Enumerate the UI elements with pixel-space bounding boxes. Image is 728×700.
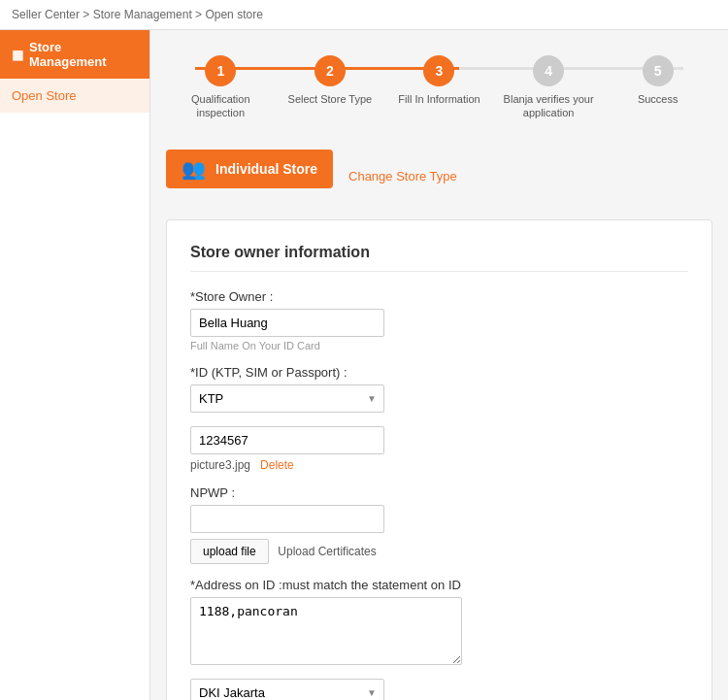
- breadcrumb: Seller Center > Store Management > Open …: [0, 0, 728, 30]
- step-3-label: Fill In Information: [398, 92, 480, 106]
- form-section-title: Store owner information: [190, 244, 688, 272]
- step-5-label: Success: [638, 92, 678, 106]
- step-2-circle: 2: [314, 55, 346, 86]
- id-number-group: picture3.jpg Delete: [190, 426, 688, 472]
- province-group: DKI Jakarta Jawa Barat Jawa Tengah ▼: [190, 679, 688, 700]
- step-4: 4 Blanja verifies your application: [494, 55, 604, 120]
- store-owner-label: *Store Owner :: [190, 289, 688, 304]
- address-label: *Address on ID :must match the statement…: [190, 578, 688, 592]
- step-1-circle: 1: [205, 55, 236, 86]
- id-type-select[interactable]: KTP SIM Passport: [190, 384, 384, 413]
- store-management-icon: ▦: [12, 48, 23, 62]
- npwp-input[interactable]: [190, 505, 384, 533]
- store-type-wrapper: 👥 Individual Store Change Store Type: [166, 150, 712, 204]
- main-content: 1 Qualification inspection 2 Select Stor…: [150, 30, 728, 700]
- file-name: picture3.jpg: [190, 458, 250, 472]
- sidebar-header-label: Store Management: [29, 40, 138, 69]
- store-type-bar: 👥 Individual Store: [166, 150, 333, 188]
- step-3-circle: 3: [423, 55, 454, 86]
- step-2: 2 Select Store Type: [276, 55, 385, 120]
- step-4-label: Blanja verifies your application: [494, 92, 604, 120]
- store-owner-input[interactable]: [190, 309, 384, 337]
- step-3: 3 Fill In Information: [384, 55, 494, 120]
- address-group: *Address on ID :must match the statement…: [190, 578, 688, 665]
- id-type-select-wrapper: KTP SIM Passport ▼: [190, 384, 384, 413]
- sidebar-header: ▦ Store Management: [0, 30, 149, 79]
- store-owner-hint: Full Name On Your ID Card: [190, 340, 688, 351]
- form-card: Store owner information *Store Owner : F…: [166, 219, 712, 700]
- province-select[interactable]: DKI Jakarta Jawa Barat Jawa Tengah: [190, 679, 384, 700]
- delete-file-link[interactable]: Delete: [260, 458, 294, 472]
- address-textarea[interactable]: 1188,pancoran: [190, 597, 462, 665]
- file-info: picture3.jpg Delete: [190, 458, 688, 472]
- npwp-group: NPWP : upload file Upload Certificates: [190, 485, 688, 564]
- individual-store-icon: 👥: [182, 157, 206, 181]
- stepper-steps: 1 Qualification inspection 2 Select Stor…: [166, 55, 712, 120]
- id-type-group: *ID (KTP, SIM or Passport) : KTP SIM Pas…: [190, 365, 688, 413]
- store-type-label: Individual Store: [215, 161, 317, 177]
- sidebar-item-open-store[interactable]: Open Store: [0, 79, 149, 113]
- id-number-input[interactable]: [190, 426, 384, 454]
- province-select-wrapper: DKI Jakarta Jawa Barat Jawa Tengah ▼: [190, 679, 384, 700]
- store-owner-group: *Store Owner : Full Name On Your ID Card: [190, 289, 688, 351]
- step-1-label: Qualification inspection: [166, 92, 276, 120]
- change-store-type-link[interactable]: Change Store Type: [348, 169, 457, 183]
- stepper: 1 Qualification inspection 2 Select Stor…: [166, 46, 712, 130]
- npwp-label: NPWP :: [190, 485, 688, 500]
- upload-certificates-link[interactable]: Upload Certificates: [278, 545, 376, 558]
- id-type-label: *ID (KTP, SIM or Passport) :: [190, 365, 688, 380]
- upload-file-button[interactable]: upload file: [190, 539, 269, 564]
- step-4-circle: 4: [533, 55, 564, 86]
- sidebar: ▦ Store Management Open Store: [0, 30, 150, 700]
- step-1: 1 Qualification inspection: [166, 55, 276, 120]
- step-2-label: Select Store Type: [288, 92, 373, 106]
- step-5: 5 Success: [603, 55, 712, 120]
- step-5-circle: 5: [643, 55, 674, 86]
